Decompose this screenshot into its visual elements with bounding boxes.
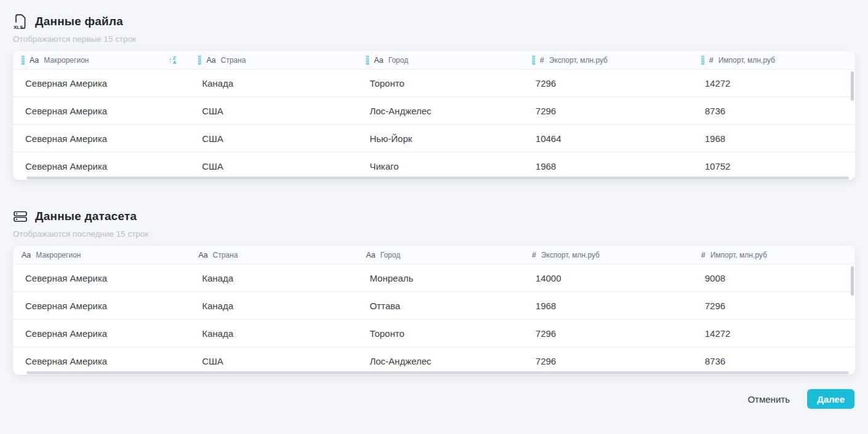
table-row: Северная АмерикаКанадаМонреаль140009008: [13, 264, 855, 292]
dataset-icon: [13, 209, 28, 224]
vertical-scrollbar[interactable]: [851, 71, 854, 101]
file-section-title: Данные файла: [35, 15, 123, 28]
table-cell: США: [189, 161, 357, 172]
cancel-button[interactable]: Отменить: [747, 394, 790, 404]
dataset-table-body: Северная АмерикаКанадаМонреаль140009008С…: [13, 264, 855, 375]
table-cell: Северная Америка: [13, 161, 189, 172]
table-cell: США: [189, 133, 357, 144]
table-cell: 7296: [693, 301, 855, 311]
file-table-header-row: AaМакрорегион↑ZAAaСтранаAaГород#Экспорт,…: [13, 51, 855, 69]
text-type-icon: Aa: [374, 56, 383, 65]
table-cell: Торонто: [357, 78, 524, 89]
table-row: Северная АмерикаКанадаОттава19687296: [13, 292, 855, 320]
table-cell: Канада: [189, 301, 357, 311]
table-cell: Северная Америка: [13, 106, 189, 116]
table-cell: Северная Америка: [13, 133, 189, 144]
column-header-0[interactable]: AaМакрорегион↑ZA: [13, 51, 189, 69]
table-cell: Северная Америка: [13, 301, 189, 311]
svg-text:XLS: XLS: [14, 25, 23, 30]
file-section-header: XLS Данные файла: [13, 14, 855, 30]
table-cell: 10464: [524, 133, 693, 144]
table-cell: 8736: [693, 356, 855, 366]
dataset-section-subtitle: Отображаются последние 15 строк: [13, 229, 855, 239]
drag-handle-icon[interactable]: [198, 55, 201, 65]
table-cell: США: [189, 106, 357, 116]
text-type-icon: Aa: [206, 56, 215, 65]
file-data-section: XLS Данные файла Отображаются первые 15 …: [13, 14, 855, 180]
table-row: Северная АмерикаКанадаТоронто729614272: [13, 69, 855, 97]
text-type-icon: Aa: [22, 251, 31, 259]
column-header-4[interactable]: #Импорт, млн,руб: [693, 51, 855, 69]
table-cell: США: [189, 356, 357, 366]
number-type-icon: #: [709, 56, 714, 65]
table-cell: 8736: [693, 106, 855, 116]
table-cell: Лос-Анджелес: [357, 356, 524, 366]
drag-handle-icon[interactable]: [22, 55, 25, 65]
dataset-section-title: Данные датасета: [35, 210, 137, 223]
column-label: Город: [388, 56, 408, 65]
text-type-icon: Aa: [30, 56, 39, 65]
vertical-scrollbar[interactable]: [851, 266, 854, 296]
number-type-icon: #: [540, 56, 544, 65]
column-label: Экспорт, млн.руб: [541, 251, 600, 259]
text-type-icon: Aa: [366, 251, 375, 259]
sort-arrow-glyph: ↑: [169, 56, 173, 64]
column-header-1: AaСтрана: [189, 246, 357, 264]
column-header-3[interactable]: #Экспорт, млн.руб: [524, 51, 693, 69]
table-cell: Северная Америка: [13, 273, 189, 283]
footer-actions: Отменить Далее: [13, 389, 855, 409]
horizontal-scrollbar[interactable]: [26, 176, 849, 180]
table-cell: Торонто: [357, 328, 524, 339]
table-cell: 14000: [524, 273, 693, 283]
column-header-2[interactable]: AaГород: [357, 51, 524, 69]
next-button[interactable]: Далее: [807, 389, 854, 409]
sort-za-icon[interactable]: ↑ZA: [169, 56, 177, 65]
column-label: Страна: [213, 251, 238, 259]
dataset-section-header: Данные датасета: [13, 208, 855, 224]
drag-handle-icon[interactable]: [366, 55, 369, 65]
table-cell: 14272: [693, 328, 855, 339]
table-row: Северная АмерикаСШАЛос-Анджелес72968736: [13, 97, 855, 125]
table-cell: Канада: [189, 328, 357, 339]
table-cell: Канада: [189, 273, 357, 283]
column-label: Страна: [221, 56, 246, 65]
table-cell: 14272: [693, 78, 855, 89]
column-header-0: AaМакрорегион: [13, 246, 189, 264]
drag-handle-icon[interactable]: [701, 55, 704, 65]
table-cell: Северная Америка: [13, 356, 189, 366]
table-row: Северная АмерикаКанадаТоронто729614272: [13, 320, 855, 347]
table-cell: Лос-Анджелес: [357, 106, 524, 116]
column-label: Макрорегион: [36, 251, 81, 259]
table-cell: Чикаго: [357, 161, 524, 172]
table-cell: Северная Америка: [13, 78, 189, 89]
column-label: Импорт, млн,руб: [719, 56, 775, 65]
table-cell: 1968: [524, 301, 693, 311]
sort-letters: ZA: [173, 56, 176, 65]
table-cell: 7296: [524, 328, 693, 339]
column-header-2: AaГород: [357, 246, 524, 264]
horizontal-scrollbar[interactable]: [26, 371, 849, 374]
file-table-body: Северная АмерикаКанадаТоронто729614272Се…: [13, 69, 855, 180]
table-cell: Канада: [189, 78, 357, 89]
table-cell: Северная Америка: [13, 328, 189, 339]
table-cell: 7296: [524, 78, 693, 89]
table-cell: Нью-Йорк: [357, 133, 524, 144]
text-type-icon: Aa: [198, 251, 207, 259]
number-type-icon: #: [532, 251, 536, 259]
dataset-table-header-row: AaМакрорегионAaСтранаAaГород#Экспорт, мл…: [13, 246, 855, 264]
table-cell: 7296: [524, 106, 693, 116]
drag-handle-icon[interactable]: [532, 55, 535, 65]
column-header-3: #Экспорт, млн.руб: [524, 246, 693, 264]
column-label: Город: [380, 251, 400, 259]
table-cell: 1968: [524, 161, 693, 172]
table-cell: Оттава: [357, 301, 524, 311]
file-section-subtitle: Отображаются первые 15 строк: [13, 34, 855, 44]
file-data-table: AaМакрорегион↑ZAAaСтранаAaГород#Экспорт,…: [13, 51, 855, 180]
column-header-1[interactable]: AaСтрана: [189, 51, 357, 69]
table-row: Северная АмерикаСШАНью-Йорк104641968: [13, 125, 855, 152]
table-cell: 9008: [693, 273, 855, 283]
column-label: Экспорт, млн.руб: [549, 56, 608, 65]
column-header-4: #Импорт, млн,руб: [693, 246, 855, 264]
import-preview-page: XLS Данные файла Отображаются первые 15 …: [0, 0, 868, 409]
column-label: Импорт, млн,руб: [711, 251, 767, 259]
